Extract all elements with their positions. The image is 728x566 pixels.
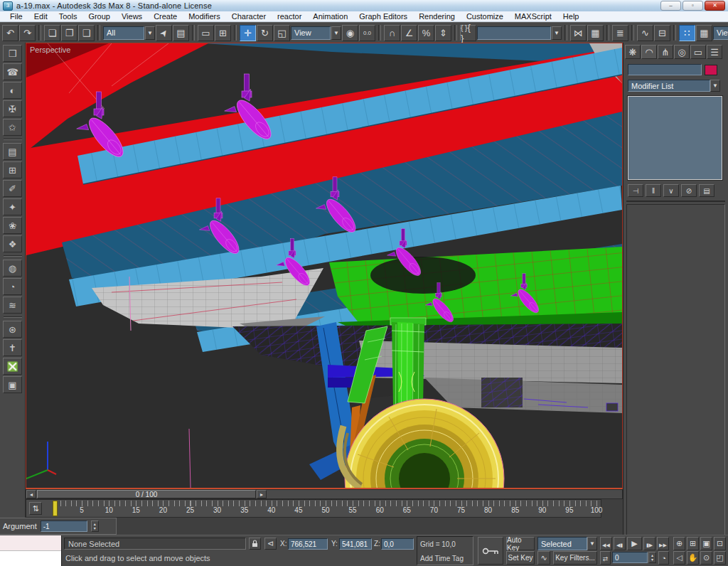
snap-toggle-button[interactable] [384,25,400,41]
default-in-out-tangents-button[interactable] [537,551,550,565]
window-crossing-button[interactable] [215,25,231,41]
track-bar[interactable]: 0510152025303540455055606570758085909510… [26,499,601,518]
go-to-end-button[interactable] [657,537,669,550]
water-button[interactable]: ≋ [3,297,22,314]
wind-button[interactable]: ❖ [3,235,22,252]
close-button[interactable]: ✕ [705,1,725,11]
set-key-button[interactable]: Set Key [506,551,535,565]
plane-button[interactable]: ▤ [3,143,22,160]
material-editor-button[interactable] [679,25,695,41]
modifier-stack-list[interactable] [628,96,722,180]
coord-system-dropdown-arrow[interactable]: ▼ [331,26,341,40]
spring-button[interactable]: ⊞ [3,161,22,178]
selection-filter-dropdown-arrow[interactable]: ▼ [145,26,155,40]
undo-button[interactable] [2,25,18,41]
layer-manager-button[interactable] [612,25,628,41]
minimize-button[interactable]: – [660,1,681,11]
select-by-name-button[interactable] [173,25,189,41]
percent-snap-button[interactable] [418,25,434,41]
field-of-view-button[interactable] [673,551,685,565]
menu-item-edit[interactable]: Edit [28,11,53,22]
make-unique-button[interactable] [663,184,679,197]
play-button[interactable] [627,537,642,550]
go-to-start-button[interactable] [600,537,612,550]
rect-selection-region-button[interactable] [198,25,214,41]
select-and-rotate-button[interactable] [257,25,273,41]
unlink-selection-button[interactable] [61,25,77,41]
menu-item-animation[interactable]: Animation [307,11,353,22]
argument-field[interactable]: -1 [41,520,87,532]
menu-item-graph-editors[interactable]: Graph Editors [353,11,413,22]
render-type-dropdown[interactable]: View [713,26,728,40]
rigid-body-collection-button[interactable]: ❒ [3,45,22,62]
absolute-offset-toggle[interactable] [264,538,277,550]
current-frame-field[interactable]: 0 [612,552,648,563]
menu-item-group[interactable]: Group [82,11,116,22]
object-name-field[interactable] [628,64,702,75]
listener-macro-row[interactable] [0,535,61,551]
align-button[interactable] [587,25,604,41]
configure-modifier-sets-button[interactable] [699,184,714,197]
motor-button[interactable]: ❀ [3,217,22,234]
edit-named-sets-button[interactable]: { } [460,25,476,41]
select-and-manipulate-button[interactable] [359,25,375,41]
z-coord-field[interactable]: 0,0 [381,538,414,550]
deforming-mesh-collection-button[interactable]: ✩ [3,119,22,136]
curve-editor-button[interactable] [637,25,653,41]
fracture-button[interactable]: ◔ [3,278,22,295]
menu-item-tools[interactable]: Tools [53,11,83,22]
min-max-toggle-button[interactable] [714,551,726,565]
linear-dashpot-button[interactable]: ✐ [3,180,22,197]
menu-item-maxscript[interactable]: MAXScript [509,11,557,22]
previous-frame-button[interactable] [614,537,626,550]
perspective-viewport[interactable]: Perspective [26,43,623,489]
time-slider-marker[interactable] [53,501,58,516]
selection-lock-button[interactable] [249,538,261,550]
tab-modify[interactable] [641,45,657,59]
arc-rotate-button[interactable] [700,551,712,565]
maxscript-mini-listener[interactable] [0,535,62,566]
redo-button[interactable] [19,25,36,41]
tab-create[interactable] [625,45,641,59]
tab-utilities[interactable] [707,45,722,59]
rope-collection-button[interactable]: ✠ [3,100,22,117]
schematic-view-button[interactable] [654,25,670,41]
soft-body-collection-button[interactable]: ◐ [3,82,22,99]
auto-key-button[interactable]: Auto Key [506,537,535,550]
frame-spinner[interactable]: ▴▾ [648,552,656,563]
key-filters-button[interactable]: Key Filters... [553,551,597,565]
pin-stack-button[interactable] [628,184,643,197]
menu-item-rendering[interactable]: Rendering [413,11,461,22]
add-time-tag[interactable]: Add Time Tag [417,551,473,565]
menu-item-reactor[interactable]: reactor [272,11,307,22]
menu-item-help[interactable]: Help [557,11,585,22]
rag-doll-constraint-button[interactable]: ✝ [3,339,22,356]
menu-item-character[interactable]: Character [226,11,272,22]
set-keys-button[interactable] [478,537,503,565]
listener-script-row[interactable] [0,551,61,566]
modifier-list-dropdown[interactable]: Modifier List [628,80,710,92]
cloth-collection-button[interactable]: ☎ [3,63,22,80]
remove-modifier-button[interactable] [681,184,697,197]
toy-car-button[interactable]: ◍ [3,260,22,277]
bind-to-spacewarp-button[interactable] [78,25,95,41]
prev-frame-arrow[interactable]: ◂ [26,490,36,498]
angle-snap-button[interactable] [401,25,417,41]
time-configuration-button[interactable] [658,551,669,565]
key-mode-toggle-button[interactable] [600,551,611,565]
coord-system-dropdown[interactable]: View [291,26,331,40]
show-end-result-button[interactable] [646,184,661,197]
zoom-extents-all-button[interactable] [714,537,726,550]
next-frame-arrow[interactable]: ▸ [257,490,267,498]
key-mode-dropdown[interactable]: Selected [537,537,587,550]
angular-dashpot-button[interactable]: ✦ [3,198,22,215]
y-coord-field[interactable]: 541,081 [339,538,372,550]
select-object-button[interactable] [156,25,172,41]
zoom-button[interactable] [673,537,685,550]
render-scene-button[interactable] [696,25,712,41]
mirror-button[interactable] [570,25,587,41]
zoom-extents-button[interactable] [700,537,712,550]
point-point-constraint-button[interactable]: ▣ [3,376,22,393]
zoom-all-button[interactable] [687,537,699,550]
select-and-move-button[interactable] [240,25,256,41]
